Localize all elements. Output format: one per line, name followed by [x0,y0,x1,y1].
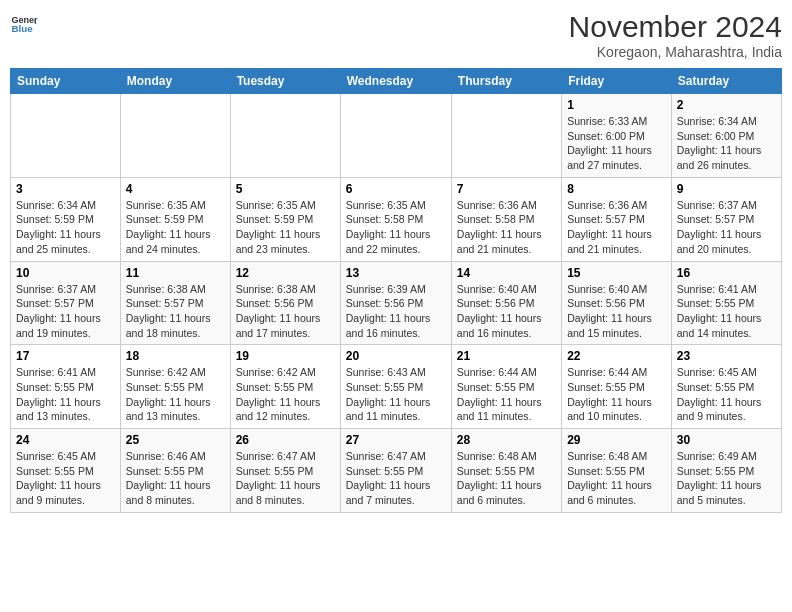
calendar-cell: 25Sunrise: 6:46 AM Sunset: 5:55 PM Dayli… [120,429,230,513]
day-number: 6 [346,182,446,196]
day-detail: Sunrise: 6:42 AM Sunset: 5:55 PM Dayligh… [126,365,225,424]
day-detail: Sunrise: 6:40 AM Sunset: 5:56 PM Dayligh… [457,282,556,341]
calendar-cell: 22Sunrise: 6:44 AM Sunset: 5:55 PM Dayli… [562,345,672,429]
day-number: 3 [16,182,115,196]
day-number: 5 [236,182,335,196]
calendar-week-row: 3Sunrise: 6:34 AM Sunset: 5:59 PM Daylig… [11,177,782,261]
day-detail: Sunrise: 6:42 AM Sunset: 5:55 PM Dayligh… [236,365,335,424]
day-detail: Sunrise: 6:41 AM Sunset: 5:55 PM Dayligh… [677,282,776,341]
calendar-cell: 13Sunrise: 6:39 AM Sunset: 5:56 PM Dayli… [340,261,451,345]
day-number: 14 [457,266,556,280]
day-detail: Sunrise: 6:36 AM Sunset: 5:58 PM Dayligh… [457,198,556,257]
day-detail: Sunrise: 6:43 AM Sunset: 5:55 PM Dayligh… [346,365,446,424]
calendar-cell [120,94,230,178]
calendar-table: SundayMondayTuesdayWednesdayThursdayFrid… [10,68,782,513]
day-number: 13 [346,266,446,280]
calendar-cell: 18Sunrise: 6:42 AM Sunset: 5:55 PM Dayli… [120,345,230,429]
calendar-cell: 19Sunrise: 6:42 AM Sunset: 5:55 PM Dayli… [230,345,340,429]
calendar-cell: 14Sunrise: 6:40 AM Sunset: 5:56 PM Dayli… [451,261,561,345]
weekday-header: Sunday [11,69,121,94]
weekday-header: Friday [562,69,672,94]
day-detail: Sunrise: 6:41 AM Sunset: 5:55 PM Dayligh… [16,365,115,424]
day-number: 7 [457,182,556,196]
calendar-cell [340,94,451,178]
calendar-cell: 17Sunrise: 6:41 AM Sunset: 5:55 PM Dayli… [11,345,121,429]
calendar-cell: 21Sunrise: 6:44 AM Sunset: 5:55 PM Dayli… [451,345,561,429]
calendar-cell: 5Sunrise: 6:35 AM Sunset: 5:59 PM Daylig… [230,177,340,261]
location: Koregaon, Maharashtra, India [569,44,782,60]
calendar-cell: 16Sunrise: 6:41 AM Sunset: 5:55 PM Dayli… [671,261,781,345]
calendar-cell: 15Sunrise: 6:40 AM Sunset: 5:56 PM Dayli… [562,261,672,345]
calendar-cell: 10Sunrise: 6:37 AM Sunset: 5:57 PM Dayli… [11,261,121,345]
day-number: 24 [16,433,115,447]
day-number: 2 [677,98,776,112]
header-row: SundayMondayTuesdayWednesdayThursdayFrid… [11,69,782,94]
day-number: 8 [567,182,666,196]
day-detail: Sunrise: 6:38 AM Sunset: 5:56 PM Dayligh… [236,282,335,341]
day-number: 27 [346,433,446,447]
day-detail: Sunrise: 6:44 AM Sunset: 5:55 PM Dayligh… [567,365,666,424]
logo: General Blue [10,10,38,38]
logo-icon: General Blue [10,10,38,38]
month-title: November 2024 [569,10,782,44]
calendar-cell [451,94,561,178]
calendar-cell: 24Sunrise: 6:45 AM Sunset: 5:55 PM Dayli… [11,429,121,513]
day-number: 29 [567,433,666,447]
day-detail: Sunrise: 6:36 AM Sunset: 5:57 PM Dayligh… [567,198,666,257]
calendar-cell: 23Sunrise: 6:45 AM Sunset: 5:55 PM Dayli… [671,345,781,429]
day-number: 28 [457,433,556,447]
day-detail: Sunrise: 6:33 AM Sunset: 6:00 PM Dayligh… [567,114,666,173]
day-detail: Sunrise: 6:46 AM Sunset: 5:55 PM Dayligh… [126,449,225,508]
day-number: 21 [457,349,556,363]
weekday-header: Tuesday [230,69,340,94]
calendar-cell: 27Sunrise: 6:47 AM Sunset: 5:55 PM Dayli… [340,429,451,513]
day-number: 1 [567,98,666,112]
calendar-week-row: 17Sunrise: 6:41 AM Sunset: 5:55 PM Dayli… [11,345,782,429]
day-number: 11 [126,266,225,280]
day-detail: Sunrise: 6:49 AM Sunset: 5:55 PM Dayligh… [677,449,776,508]
calendar-cell: 28Sunrise: 6:48 AM Sunset: 5:55 PM Dayli… [451,429,561,513]
calendar-cell [11,94,121,178]
day-detail: Sunrise: 6:35 AM Sunset: 5:59 PM Dayligh… [236,198,335,257]
day-number: 9 [677,182,776,196]
day-detail: Sunrise: 6:47 AM Sunset: 5:55 PM Dayligh… [236,449,335,508]
calendar-cell: 4Sunrise: 6:35 AM Sunset: 5:59 PM Daylig… [120,177,230,261]
calendar-week-row: 10Sunrise: 6:37 AM Sunset: 5:57 PM Dayli… [11,261,782,345]
calendar-cell: 3Sunrise: 6:34 AM Sunset: 5:59 PM Daylig… [11,177,121,261]
day-number: 19 [236,349,335,363]
weekday-header: Thursday [451,69,561,94]
day-detail: Sunrise: 6:44 AM Sunset: 5:55 PM Dayligh… [457,365,556,424]
day-number: 12 [236,266,335,280]
day-number: 15 [567,266,666,280]
day-detail: Sunrise: 6:34 AM Sunset: 6:00 PM Dayligh… [677,114,776,173]
day-number: 26 [236,433,335,447]
calendar-week-row: 1Sunrise: 6:33 AM Sunset: 6:00 PM Daylig… [11,94,782,178]
day-detail: Sunrise: 6:45 AM Sunset: 5:55 PM Dayligh… [16,449,115,508]
day-detail: Sunrise: 6:39 AM Sunset: 5:56 PM Dayligh… [346,282,446,341]
weekday-header: Wednesday [340,69,451,94]
day-detail: Sunrise: 6:40 AM Sunset: 5:56 PM Dayligh… [567,282,666,341]
day-number: 20 [346,349,446,363]
day-detail: Sunrise: 6:35 AM Sunset: 5:59 PM Dayligh… [126,198,225,257]
day-number: 4 [126,182,225,196]
svg-text:Blue: Blue [11,23,33,34]
weekday-header: Saturday [671,69,781,94]
calendar-cell: 26Sunrise: 6:47 AM Sunset: 5:55 PM Dayli… [230,429,340,513]
calendar-cell: 12Sunrise: 6:38 AM Sunset: 5:56 PM Dayli… [230,261,340,345]
calendar-cell: 6Sunrise: 6:35 AM Sunset: 5:58 PM Daylig… [340,177,451,261]
weekday-header: Monday [120,69,230,94]
calendar-cell: 11Sunrise: 6:38 AM Sunset: 5:57 PM Dayli… [120,261,230,345]
calendar-cell: 20Sunrise: 6:43 AM Sunset: 5:55 PM Dayli… [340,345,451,429]
day-number: 18 [126,349,225,363]
day-number: 17 [16,349,115,363]
day-detail: Sunrise: 6:48 AM Sunset: 5:55 PM Dayligh… [457,449,556,508]
calendar-cell: 1Sunrise: 6:33 AM Sunset: 6:00 PM Daylig… [562,94,672,178]
day-detail: Sunrise: 6:47 AM Sunset: 5:55 PM Dayligh… [346,449,446,508]
day-detail: Sunrise: 6:37 AM Sunset: 5:57 PM Dayligh… [16,282,115,341]
day-detail: Sunrise: 6:37 AM Sunset: 5:57 PM Dayligh… [677,198,776,257]
day-detail: Sunrise: 6:35 AM Sunset: 5:58 PM Dayligh… [346,198,446,257]
calendar-cell: 30Sunrise: 6:49 AM Sunset: 5:55 PM Dayli… [671,429,781,513]
day-number: 30 [677,433,776,447]
title-section: November 2024 Koregaon, Maharashtra, Ind… [569,10,782,60]
calendar-cell: 29Sunrise: 6:48 AM Sunset: 5:55 PM Dayli… [562,429,672,513]
